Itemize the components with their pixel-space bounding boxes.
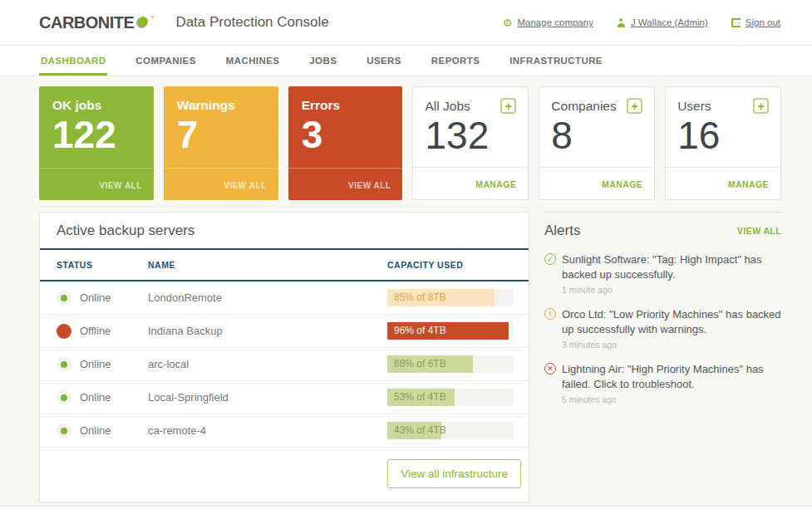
server-row-londonremote[interactable]: Online LondonRemote 85% of 8TB	[40, 281, 529, 315]
manage-company-link[interactable]: ⚙ Manage company	[503, 17, 593, 28]
warning-exclamation-icon: !	[544, 308, 556, 320]
users-manage-link[interactable]: MANAGE	[728, 179, 769, 189]
all-jobs-title: All Jobs	[425, 99, 470, 114]
column-header-name: NAME	[148, 260, 387, 270]
stat-cards-row: OK jobs 122 VIEW ALL Warnings 7 VIEW ALL…	[39, 86, 781, 200]
users-title: Users	[677, 99, 711, 114]
online-status-icon	[57, 357, 71, 372]
capacity-bar: 68% of 6TB	[387, 355, 514, 373]
capacity-bar: 96% of 4TB	[387, 322, 514, 340]
user-account-link[interactable]: J Wallace (Admin)	[617, 17, 708, 27]
tab-infrastructure[interactable]: INFRASTRUCTURE	[508, 46, 604, 76]
warnings-card[interactable]: Warnings 7 VIEW ALL	[164, 86, 278, 200]
capacity-bar: 43% of 4TB	[387, 422, 514, 439]
carbonite-logo[interactable]: CARBONITE ™	[39, 13, 154, 32]
server-row-arc-local[interactable]: Online arc-local 68% of 6TB	[40, 348, 529, 381]
online-status-icon	[57, 423, 71, 438]
gear-icon: ⚙	[503, 17, 513, 28]
column-header-status: STATUS	[40, 260, 148, 270]
server-row-local-springfield[interactable]: Online Local-Springfield 53% of 4TB	[40, 381, 529, 414]
dashboard-content: OK jobs 122 VIEW ALL Warnings 7 VIEW ALL…	[0, 76, 812, 507]
app-title: Data Protection Console	[175, 14, 328, 31]
online-status-icon	[57, 291, 71, 306]
ok-jobs-view-all-link[interactable]: VIEW ALL	[99, 181, 141, 190]
column-header-capacity: CAPACITY USED	[387, 260, 529, 270]
alert-timestamp: 3 minutes ago	[562, 340, 781, 350]
view-all-infrastructure-button[interactable]: View all infrastructure	[387, 459, 521, 488]
alert-warning-item[interactable]: ! Orco Ltd: "Low Priority Machines" has …	[544, 307, 781, 350]
active-backup-servers-card: Active backup servers STATUS NAME CAPACI…	[39, 212, 529, 502]
capacity-bar: 53% of 4TB	[387, 389, 514, 406]
all-jobs-manage-link[interactable]: MANAGE	[475, 179, 516, 189]
errors-card[interactable]: Errors 3 VIEW ALL	[288, 86, 403, 200]
success-check-icon: ✓	[544, 253, 556, 265]
alert-timestamp: 5 minutes ago	[562, 394, 781, 404]
ok-jobs-title: OK jobs	[52, 98, 140, 113]
errors-view-all-link[interactable]: VIEW ALL	[348, 181, 391, 190]
logo-wordmark: CARBONITE	[39, 13, 134, 32]
ok-jobs-card[interactable]: OK jobs 122 VIEW ALL	[39, 86, 154, 200]
add-company-plus-icon[interactable]: +	[627, 98, 642, 114]
header-links: ⚙ Manage company J Wallace (Admin) Sign …	[503, 17, 780, 28]
main-nav: DASHBOARD COMPANIES MACHINES JOBS USERS …	[0, 45, 812, 76]
all-jobs-count: 132	[425, 115, 516, 155]
tab-machines[interactable]: MACHINES	[224, 46, 282, 76]
error-x-icon: ✕	[544, 363, 556, 374]
sign-out-icon	[731, 18, 741, 27]
warnings-count: 7	[177, 115, 265, 154]
sign-out-link[interactable]: Sign out	[731, 17, 780, 27]
server-name: arc-local	[148, 358, 387, 370]
top-header: CARBONITE ™ Data Protection Console ⚙ Ma…	[0, 0, 812, 45]
tab-companies[interactable]: COMPANIES	[134, 46, 197, 76]
alert-timestamp: 1 minute ago	[562, 285, 781, 295]
companies-count: 8	[551, 115, 642, 155]
server-name: Indiana Backup	[148, 325, 387, 337]
server-row-indiana-backup[interactable]: Offline Indiana Backup 96% of 4TB	[40, 315, 529, 348]
users-count: 16	[677, 115, 769, 155]
user-icon	[617, 18, 626, 27]
logo-ball-icon	[136, 17, 148, 28]
warnings-title: Warnings	[177, 98, 265, 113]
alerts-title: Alerts	[544, 223, 580, 239]
all-jobs-card[interactable]: All Jobs + 132 MANAGE	[412, 86, 529, 200]
server-name: LondonRemote	[148, 291, 387, 304]
server-name: Local-Springfield	[148, 391, 387, 404]
companies-card[interactable]: Companies + 8 MANAGE	[539, 86, 655, 200]
alert-error-item[interactable]: ✕ Lightning Air: "High Priority Machines…	[544, 362, 781, 404]
ok-jobs-count: 122	[52, 115, 140, 154]
capacity-bar: 85% of 8TB	[387, 289, 514, 306]
tab-users[interactable]: USERS	[365, 46, 403, 76]
add-job-plus-icon[interactable]: +	[500, 98, 516, 114]
errors-title: Errors	[302, 98, 390, 113]
alerts-view-all-link[interactable]: VIEW ALL	[737, 226, 781, 236]
alert-success-item[interactable]: ✓ Sunlight Software: "Tag: High Impact" …	[544, 252, 781, 295]
warnings-view-all-link[interactable]: VIEW ALL	[224, 181, 266, 190]
offline-status-icon	[57, 324, 71, 339]
online-status-icon	[57, 390, 71, 405]
server-name: ca-remote-4	[148, 424, 387, 437]
trademark-symbol: ™	[149, 15, 154, 20]
servers-table-header: STATUS NAME CAPACITY USED	[40, 248, 529, 281]
tab-jobs[interactable]: JOBS	[308, 46, 338, 76]
users-card[interactable]: Users + 16 MANAGE	[665, 86, 781, 200]
alerts-panel: Alerts VIEW ALL ✓ Sunlight Software: "Ta…	[544, 212, 781, 502]
errors-count: 3	[302, 115, 390, 154]
add-user-plus-icon[interactable]: +	[753, 98, 769, 114]
servers-table-title: Active backup servers	[40, 213, 529, 248]
tab-reports[interactable]: REPORTS	[430, 46, 481, 76]
companies-manage-link[interactable]: MANAGE	[602, 179, 642, 189]
tab-dashboard[interactable]: DASHBOARD	[39, 46, 107, 76]
companies-title: Companies	[551, 99, 616, 114]
server-row-ca-remote-4[interactable]: Online ca-remote-4 43% of 4TB	[40, 414, 529, 448]
